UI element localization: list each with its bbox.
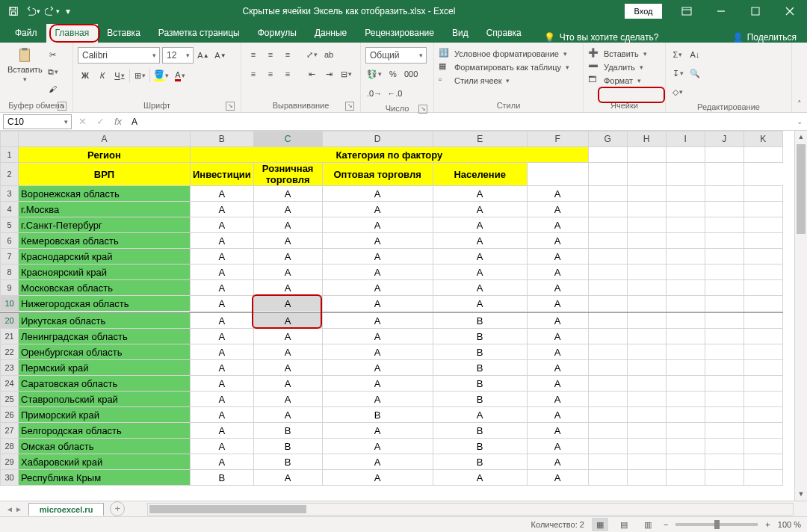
formula-input[interactable] (127, 114, 792, 129)
cell-F28[interactable]: A (527, 439, 588, 454)
vertical-scrollbar[interactable]: ▲ ▼ (794, 131, 807, 501)
cell-C8[interactable]: A (253, 265, 322, 280)
row-header-5[interactable]: 5 (1, 217, 19, 233)
cell-J22[interactable] (705, 344, 743, 360)
font-size-combo[interactable]: 12 (162, 47, 194, 64)
header-category[interactable]: Категория по фактору (191, 147, 589, 163)
zoom-in-button[interactable]: + (765, 520, 770, 529)
cell-I22[interactable] (666, 344, 705, 360)
next-sheet-icon[interactable]: ► (15, 505, 22, 513)
cell-C28[interactable]: B (253, 439, 322, 454)
cell-J3[interactable] (705, 186, 743, 202)
cell-J10[interactable] (705, 296, 743, 312)
cell-J4[interactable] (705, 202, 743, 217)
cell-K29[interactable] (743, 454, 782, 470)
cell-F29[interactable]: A (527, 454, 588, 470)
cell-J27[interactable] (705, 423, 743, 439)
cell-E26[interactable]: A (433, 407, 527, 423)
accounting-button[interactable]: 💱▾ (365, 66, 383, 81)
cell-H4[interactable] (627, 202, 666, 217)
sheet-nav[interactable]: ◄► (0, 505, 28, 513)
orientation-button[interactable]: ⤢▾ (304, 47, 319, 62)
cell-H6[interactable] (627, 233, 666, 249)
cell-A29[interactable]: Хабаровский край (19, 454, 191, 470)
cell-B21[interactable]: A (191, 329, 254, 344)
cell-G21[interactable] (588, 329, 627, 344)
cell-H10[interactable] (627, 296, 666, 312)
cell-H9[interactable] (627, 280, 666, 296)
cell-C7[interactable]: A (253, 249, 322, 265)
row-header-26[interactable]: 26 (1, 407, 19, 423)
cell-K4[interactable] (743, 202, 782, 217)
col-header-B[interactable]: B (191, 132, 254, 147)
sheet-tab[interactable]: microexcel.ru (28, 503, 105, 516)
cell-J9[interactable] (705, 280, 743, 296)
cell-F24[interactable]: A (527, 376, 588, 392)
cell-C26[interactable]: A (253, 407, 322, 423)
collapse-ribbon-icon[interactable]: ˄ (792, 43, 807, 112)
cell-B29[interactable]: A (191, 454, 254, 470)
cell-F10[interactable]: A (527, 296, 588, 312)
cell-K25[interactable] (743, 392, 782, 407)
header-col-3[interactable]: Оптовая торговля (322, 163, 433, 186)
cell-I30[interactable] (666, 470, 705, 486)
cell-G30[interactable] (588, 470, 627, 486)
header-col-2[interactable]: Розничная торговля (253, 163, 322, 186)
login-button[interactable]: Вход (625, 4, 662, 19)
decrease-decimal-button[interactable]: ←.0 (386, 86, 404, 101)
cell-B8[interactable]: A (191, 265, 254, 280)
format-painter-button[interactable]: 🖌 (46, 81, 61, 96)
cell-C20[interactable]: A (253, 313, 322, 329)
cell-J23[interactable] (705, 360, 743, 376)
scroll-down-icon[interactable]: ▼ (795, 488, 807, 501)
cell-G28[interactable] (588, 439, 627, 454)
tellme[interactable]: 💡 Что вы хотите сделать? (544, 32, 659, 43)
cell-H30[interactable] (627, 470, 666, 486)
cell-K22[interactable] (743, 344, 782, 360)
cell-empty[interactable] (527, 163, 588, 186)
cell-I29[interactable] (666, 454, 705, 470)
hscroll-thumb[interactable] (149, 505, 306, 513)
header-col-0[interactable]: ВРП (19, 163, 191, 186)
cell-H29[interactable] (627, 454, 666, 470)
cell-C29[interactable]: B (253, 454, 322, 470)
cell-C6[interactable]: A (253, 233, 322, 249)
cell-F26[interactable]: A (527, 407, 588, 423)
cell-C10[interactable]: A (253, 296, 322, 312)
cell-D25[interactable]: A (322, 392, 433, 407)
cell-B22[interactable]: A (191, 344, 254, 360)
cell-B30[interactable]: B (191, 470, 254, 486)
cell-J30[interactable] (705, 470, 743, 486)
find-button[interactable]: 🔍 (687, 66, 702, 81)
cell-J24[interactable] (705, 376, 743, 392)
cell-A8[interactable]: Красноярский край (19, 265, 191, 280)
cell-E5[interactable]: A (433, 217, 527, 233)
cell-A24[interactable]: Саратовская область (19, 376, 191, 392)
cell-I23[interactable] (666, 360, 705, 376)
cell-E28[interactable]: B (433, 439, 527, 454)
decrease-font-button[interactable]: A▼ (213, 48, 228, 63)
cell-H26[interactable] (627, 407, 666, 423)
tab-formulas[interactable]: Формулы (249, 24, 306, 43)
cell-F8[interactable]: A (527, 265, 588, 280)
cell-H7[interactable] (627, 249, 666, 265)
header-region[interactable]: Регион (19, 147, 191, 163)
cell-I4[interactable] (666, 202, 705, 217)
align-top-button[interactable]: ≡ (246, 47, 261, 62)
underline-button[interactable]: Ч▾ (112, 68, 127, 83)
cell-G5[interactable] (588, 217, 627, 233)
align-left-button[interactable]: ≡ (246, 66, 261, 81)
cell-A9[interactable]: Московская область (19, 280, 191, 296)
cell-H24[interactable] (627, 376, 666, 392)
tab-review[interactable]: Рецензирование (356, 24, 443, 43)
row-header-30[interactable]: 30 (1, 470, 19, 486)
cell-G4[interactable] (588, 202, 627, 217)
col-header-I[interactable]: I (666, 132, 705, 147)
cell-D21[interactable]: A (322, 329, 433, 344)
cell-J25[interactable] (705, 392, 743, 407)
share-button[interactable]: 👤 Поделиться (732, 32, 797, 43)
cell-H25[interactable] (627, 392, 666, 407)
cell-K10[interactable] (743, 296, 782, 312)
cell-empty[interactable] (627, 147, 666, 163)
worksheet[interactable]: ABCDEFGHIJK1РегионКатегория по фактору2В… (0, 131, 794, 501)
